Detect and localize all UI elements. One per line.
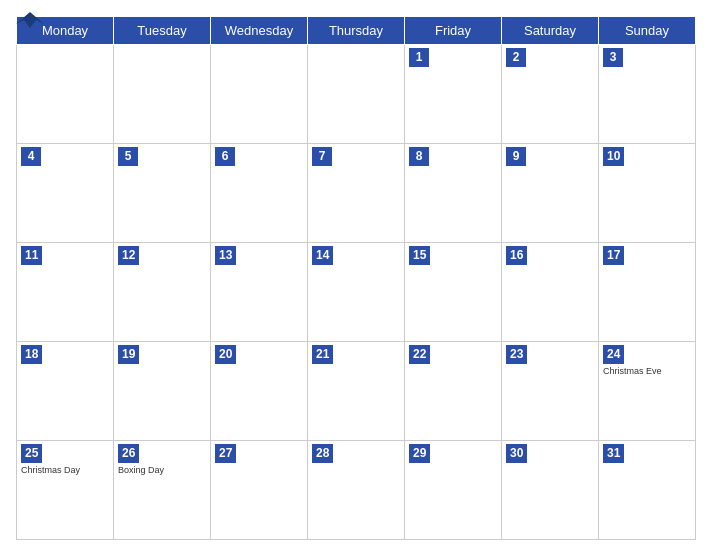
day-number: 31 <box>603 444 624 463</box>
svg-marker-0 <box>16 12 44 28</box>
calendar-cell: 21 <box>308 342 405 441</box>
calendar-cell: 8 <box>405 144 502 243</box>
calendar-week-row: 18192021222324Christmas Eve <box>17 342 696 441</box>
day-number: 3 <box>603 48 623 67</box>
weekday-header-wednesday: Wednesday <box>211 17 308 45</box>
calendar-cell: 27 <box>211 441 308 540</box>
calendar-cell: 29 <box>405 441 502 540</box>
event-label: Christmas Eve <box>603 366 691 376</box>
day-number: 11 <box>21 246 42 265</box>
calendar-cell: 25Christmas Day <box>17 441 114 540</box>
calendar-cell: 19 <box>114 342 211 441</box>
weekday-header-friday: Friday <box>405 17 502 45</box>
day-number: 27 <box>215 444 236 463</box>
weekday-header-thursday: Thursday <box>308 17 405 45</box>
calendar-cell: 23 <box>502 342 599 441</box>
day-number: 18 <box>21 345 42 364</box>
calendar-cell: 9 <box>502 144 599 243</box>
day-number: 24 <box>603 345 624 364</box>
day-number: 29 <box>409 444 430 463</box>
calendar-cell <box>114 45 211 144</box>
day-number: 1 <box>409 48 429 67</box>
day-number: 22 <box>409 345 430 364</box>
logo <box>16 10 46 28</box>
calendar-cell: 6 <box>211 144 308 243</box>
calendar-cell: 13 <box>211 243 308 342</box>
day-number: 26 <box>118 444 139 463</box>
calendar-cell: 7 <box>308 144 405 243</box>
day-number: 13 <box>215 246 236 265</box>
calendar-cell: 18 <box>17 342 114 441</box>
calendar-cell: 20 <box>211 342 308 441</box>
calendar-week-row: 123 <box>17 45 696 144</box>
weekday-header-tuesday: Tuesday <box>114 17 211 45</box>
calendar-table: MondayTuesdayWednesdayThursdayFridaySatu… <box>16 16 696 540</box>
day-number: 7 <box>312 147 332 166</box>
day-number: 10 <box>603 147 624 166</box>
calendar-cell: 15 <box>405 243 502 342</box>
calendar-cell: 28 <box>308 441 405 540</box>
calendar-cell <box>211 45 308 144</box>
calendar-cell: 31 <box>599 441 696 540</box>
day-number: 25 <box>21 444 42 463</box>
event-label: Christmas Day <box>21 465 109 475</box>
calendar-cell: 3 <box>599 45 696 144</box>
calendar-cell: 17 <box>599 243 696 342</box>
calendar-cell: 2 <box>502 45 599 144</box>
day-number: 9 <box>506 147 526 166</box>
day-number: 20 <box>215 345 236 364</box>
calendar-week-row: 25Christmas Day26Boxing Day2728293031 <box>17 441 696 540</box>
day-number: 12 <box>118 246 139 265</box>
calendar-cell: 5 <box>114 144 211 243</box>
calendar-cell <box>308 45 405 144</box>
day-number: 17 <box>603 246 624 265</box>
calendar-cell: 12 <box>114 243 211 342</box>
calendar-cell: 14 <box>308 243 405 342</box>
day-number: 19 <box>118 345 139 364</box>
day-number: 8 <box>409 147 429 166</box>
calendar-cell: 1 <box>405 45 502 144</box>
day-number: 4 <box>21 147 41 166</box>
weekday-header-saturday: Saturday <box>502 17 599 45</box>
calendar-cell <box>17 45 114 144</box>
day-number: 16 <box>506 246 527 265</box>
day-number: 6 <box>215 147 235 166</box>
calendar-cell: 11 <box>17 243 114 342</box>
calendar-week-row: 45678910 <box>17 144 696 243</box>
calendar-cell: 22 <box>405 342 502 441</box>
event-label: Boxing Day <box>118 465 206 475</box>
day-number: 5 <box>118 147 138 166</box>
day-number: 2 <box>506 48 526 67</box>
weekday-header-row: MondayTuesdayWednesdayThursdayFridaySatu… <box>17 17 696 45</box>
day-number: 14 <box>312 246 333 265</box>
calendar-week-row: 11121314151617 <box>17 243 696 342</box>
day-number: 28 <box>312 444 333 463</box>
calendar-cell: 30 <box>502 441 599 540</box>
logo-bird-icon <box>16 10 44 28</box>
calendar-cell: 26Boxing Day <box>114 441 211 540</box>
calendar-cell: 10 <box>599 144 696 243</box>
day-number: 15 <box>409 246 430 265</box>
calendar-cell: 4 <box>17 144 114 243</box>
calendar-cell: 24Christmas Eve <box>599 342 696 441</box>
day-number: 21 <box>312 345 333 364</box>
day-number: 30 <box>506 444 527 463</box>
day-number: 23 <box>506 345 527 364</box>
weekday-header-sunday: Sunday <box>599 17 696 45</box>
calendar-cell: 16 <box>502 243 599 342</box>
